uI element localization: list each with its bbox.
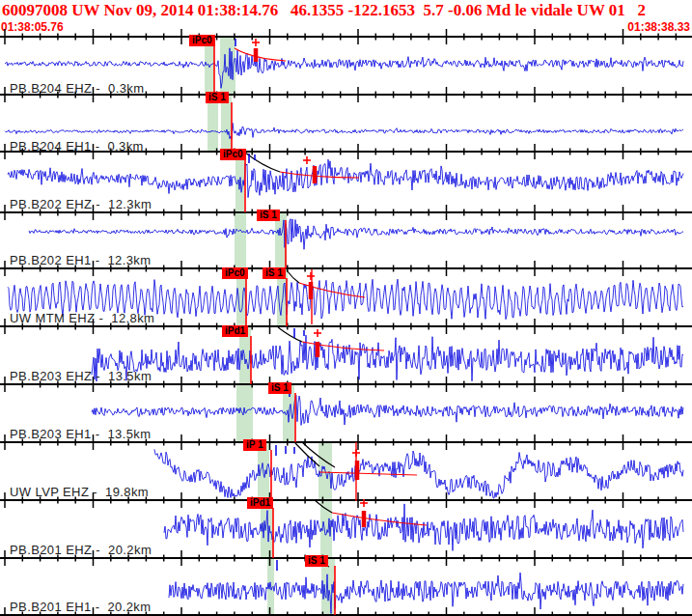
pick-label[interactable]: iP 1 [243,439,266,451]
pick-label[interactable]: iS 1 [257,210,280,221]
waveform-trace [5,123,683,138]
pick-label[interactable]: iS 1 [305,555,328,567]
trace-label-pb-b202-ehz: PB.B202 EHZ - 12.3km [10,197,152,211]
trace-label-pb-b203-ehz: PB.B203 EHZ - 13.5km [10,369,152,383]
pick-label[interactable]: iPd1 [222,325,248,337]
waveform-trace [154,449,683,498]
seismogram-window: 60097008 UW Nov 09, 2014 01:38:14.76 46.… [0,0,692,616]
waveform-trace [164,504,683,551]
trace-label-pb-b201-eh1: PB.B201 EH1 - 20.2km [10,600,151,614]
pick-label[interactable]: iPc0 [222,267,248,279]
waveform-trace [169,573,683,613]
coda-curve-black [278,327,302,342]
pick-label[interactable]: iS 1 [268,382,291,394]
trace-label-uw-lvp-ehz: UW LVP EHZ - 19.8km [10,485,149,499]
trace-label-uw-mtm-ehz: UW MTM EHZ - 12.8km [10,311,154,325]
phase-band [261,500,273,558]
trace-label-pb-b204-eh1: PB.B204 EH1 - 0.3km [10,139,144,154]
trace-label-pb-b204-ehz: PB.B204 EHZ - 0.3km [10,81,145,96]
phase-band [235,212,246,268]
coda-curve-black [287,270,299,283]
pick-label[interactable]: iPc0 [189,35,215,46]
pick-label[interactable]: iS 1 [206,92,229,103]
coda-curve-black [245,153,280,172]
trace-label-pb-b202-eh1: PB.B202 EH1 - 12.3km [10,253,151,267]
waveform-trace [92,335,683,381]
coda-curve-red [235,48,286,61]
pick-label[interactable]: iPc0 [220,149,246,160]
waveform-trace [8,159,683,197]
pick-label[interactable]: iS 1 [263,267,286,279]
trace-label-pb-b201-ehz: PB.B201 EHZ - 20.2km [10,543,152,557]
coda-curve-red [319,472,417,475]
waveform-trace [29,219,683,250]
pick-label[interactable]: iPd1 [247,497,273,509]
trace-label-pb-b203-eh1: PB.B203 EH1 - 13.5km [10,427,151,441]
waveform-trace [92,396,683,426]
phase-band [236,384,253,442]
